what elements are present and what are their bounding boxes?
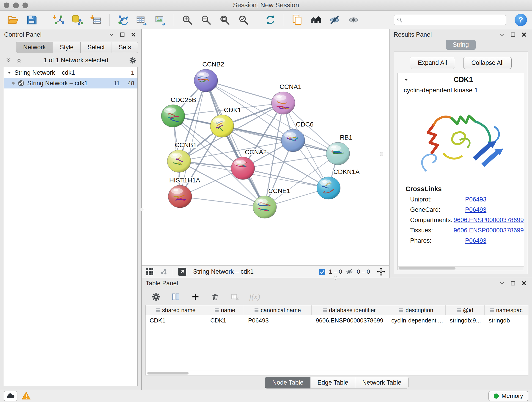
crosslink-value-link[interactable]: 9606.ENSP00000378699 [454,217,524,224]
add-column-icon[interactable] [190,292,201,302]
crosslink-value-link[interactable]: P06493 [465,237,486,244]
grid-view-icon[interactable] [145,267,154,276]
tab-node-table[interactable]: Node Table [265,377,310,389]
column-header-shared-name[interactable]: shared name [146,305,206,315]
network-node-rb1[interactable] [326,142,350,165]
network-edge[interactable] [180,196,265,207]
column-header-name[interactable]: name [206,305,244,315]
zoom-window-button[interactable] [22,2,28,8]
column-header-database-identifier[interactable]: database identifier [312,305,387,315]
panel-float-button[interactable] [108,31,115,38]
collapse-all-icon[interactable] [5,56,12,64]
control-panel-splitter-grip[interactable] [140,208,143,211]
hide-selected-button[interactable] [327,12,342,27]
network-node-ccna1[interactable] [272,92,295,114]
cloud-status-button[interactable] [4,391,17,401]
tab-network-table[interactable]: Network Table [355,377,409,389]
panel-float-button[interactable] [498,279,506,287]
import-network-from-file-button[interactable] [51,12,66,27]
pan-crosshair-icon[interactable] [376,267,386,276]
help-button[interactable]: ? [515,14,527,26]
column-header--id[interactable]: @id [446,305,485,315]
results-tab-string[interactable]: String [446,40,476,50]
table-cell[interactable]: cyclin-dependent ... [387,315,446,325]
network-node-cdkn1a[interactable] [317,177,341,199]
network-node-ccna2[interactable] [231,157,255,179]
network-edge[interactable] [206,80,283,103]
import-network-from-database-button[interactable] [70,12,85,27]
network-edge[interactable] [222,126,338,153]
selected-nodes-checkbox[interactable] [319,268,326,275]
tab-edge-table[interactable]: Edge Table [310,377,355,389]
panel-close-button[interactable] [520,279,528,287]
memory-button[interactable]: Memory [488,391,528,401]
network-share-icon[interactable] [159,267,168,276]
search-box[interactable] [394,15,506,25]
network-node-cdc6[interactable] [281,129,305,152]
zoom-out-button[interactable] [198,12,214,27]
network-edge[interactable] [206,80,265,207]
results-panel-splitter-grip[interactable] [380,152,383,156]
close-window-button[interactable] [4,2,9,8]
network-collection-row[interactable]: String Network – cdk1 1 [4,67,138,78]
table-cell[interactable]: 9606.ENSP00000378699 [312,315,387,325]
tab-sets[interactable]: Sets [112,42,138,53]
table-horizontal-scrollbar[interactable] [146,370,528,375]
export-table-button[interactable] [134,12,149,27]
table-cell[interactable]: stringdb:9... [446,315,485,325]
crosslink-value-link[interactable]: 9606.ENSP00000378699 [454,227,524,234]
zoom-in-button[interactable] [179,12,195,27]
open-session-button[interactable] [5,12,21,27]
expand-all-icon[interactable] [15,56,23,64]
panel-maximize-button[interactable] [119,31,126,38]
table-panel-splitter-grip[interactable] [334,276,337,280]
gear-icon[interactable] [129,56,137,64]
network-node-cdc25b[interactable] [161,105,185,127]
column-header-namespac[interactable]: namespac [485,305,528,315]
show-columns-icon[interactable] [171,292,181,302]
network-row[interactable]: String Network – cdk1 11 48 [4,78,138,89]
table-cell[interactable]: stringdb [485,315,528,325]
home-button[interactable] [308,12,324,27]
table-cell[interactable]: P06493 [244,315,312,325]
network-canvas[interactable]: CCNB2CCNA1CDC25BCDK1CDC6RB1CCNB1CCNA2CDK… [142,29,389,265]
network-graph[interactable]: CCNB2CCNA1CDC25BCDK1CDC6RB1CCNB1CCNA2CDK… [142,29,389,265]
network-node-hist1h1a[interactable] [168,185,192,208]
refresh-button[interactable] [263,12,278,27]
collapse-all-button[interactable]: Collapse All [463,57,512,69]
panel-close-button[interactable] [520,31,528,38]
minimize-window-button[interactable] [13,2,19,8]
crosslink-value-link[interactable]: P06493 [465,206,486,213]
show-all-button[interactable] [346,12,361,27]
crosslink-value-link[interactable]: P06493 [465,196,486,203]
hidden-elements-icon[interactable] [345,268,354,276]
export-image-button[interactable] [152,12,168,27]
table-row[interactable]: CDK1CDK1P064939606.ENSP00000378699cyclin… [146,315,528,325]
zoom-selected-button[interactable] [236,12,251,27]
tab-network[interactable]: Network [16,42,53,53]
save-session-button[interactable] [24,12,39,27]
zoom-fit-button[interactable] [217,12,233,27]
column-header-canonical-name[interactable]: canonical name [244,305,312,315]
gene-header[interactable]: CDK1 [398,73,524,86]
copy-document-button[interactable] [289,12,305,27]
table-cell[interactable]: CDK1 [206,315,244,325]
table-cell[interactable]: CDK1 [146,315,206,325]
panel-close-button[interactable] [129,31,137,38]
network-node-ccnb1[interactable] [167,150,191,172]
network-node-cdk1[interactable] [210,115,234,137]
tab-style[interactable]: Style [53,42,81,53]
results-horizontal-scrollbar[interactable] [398,266,524,270]
search-input[interactable] [405,16,503,23]
export-network-button[interactable] [115,12,131,27]
open-in-new-window-button[interactable] [177,267,187,276]
column-header-description[interactable]: description [387,305,446,315]
tab-select[interactable]: Select [81,42,112,53]
panel-maximize-button[interactable] [509,31,517,38]
expand-all-button[interactable]: Expand All [410,57,455,69]
table-settings-gear-icon[interactable] [151,292,161,302]
import-table-from-file-button[interactable] [88,12,104,27]
network-node-ccnb2[interactable] [194,69,218,92]
network-node-ccne1[interactable] [253,196,277,218]
panel-maximize-button[interactable] [509,279,517,287]
